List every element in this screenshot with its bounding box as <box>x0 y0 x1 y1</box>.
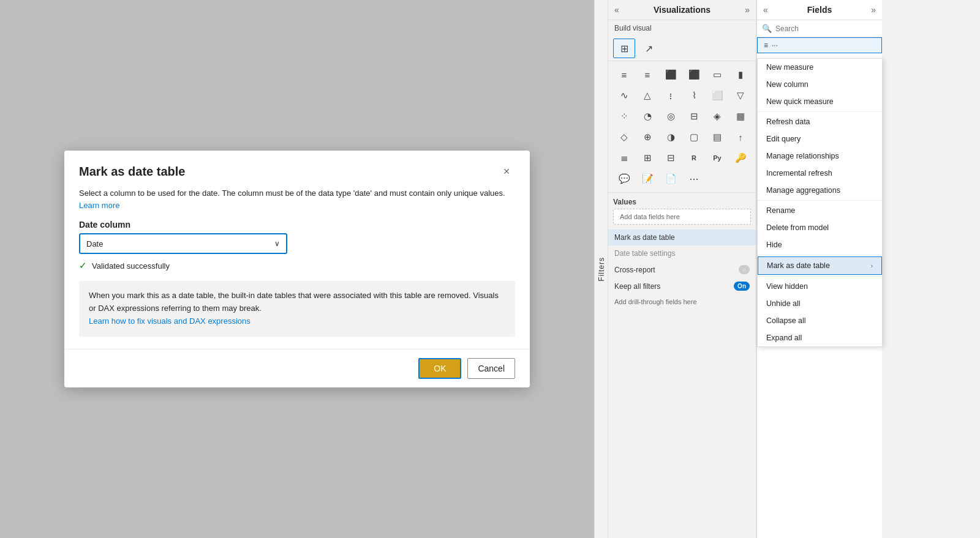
python-visual-icon[interactable]: Py <box>706 148 728 168</box>
mark-date-table-menu-item[interactable]: Mark as date table <box>608 230 756 245</box>
ok-button[interactable]: OK <box>418 358 461 379</box>
context-menu-divider-4 <box>758 276 882 277</box>
treemap-icon[interactable]: ⊟ <box>683 106 705 126</box>
context-menu-view-hidden[interactable]: View hidden <box>758 278 882 295</box>
right-panel: Filters « Visualizations » Build visual … <box>594 0 980 538</box>
matrix-icon[interactable]: ⊞ <box>636 148 658 168</box>
smart-narrative-icon[interactable]: 📝 <box>636 169 658 189</box>
context-menu-new-quick-measure[interactable]: New quick measure <box>758 93 882 110</box>
fields-expand-arrow[interactable]: » <box>871 5 876 15</box>
slicer-icon[interactable]: ≣ <box>613 148 635 168</box>
context-menu-expand-all[interactable]: Expand all <box>758 329 882 346</box>
key-influencer-icon[interactable]: 🔑 <box>729 148 752 168</box>
context-menu-mark-date-table[interactable]: Mark as date table › <box>758 256 882 275</box>
mark-date-table-arrow-icon: › <box>871 263 873 269</box>
search-input[interactable] <box>775 24 877 33</box>
context-menu-edit-query[interactable]: Edit query <box>758 130 882 148</box>
modal-footer: OK Cancel <box>64 349 530 387</box>
keep-filters-toggle[interactable]: On <box>734 282 750 291</box>
modal-close-button[interactable]: × <box>498 163 515 180</box>
gauge-icon[interactable]: ◑ <box>660 127 682 147</box>
r-visual-icon[interactable]: R <box>683 148 705 168</box>
date-column-dropdown[interactable]: Date ∨ <box>79 233 287 254</box>
viz-expand-arrow[interactable]: » <box>745 5 750 15</box>
multi-row-card-icon[interactable]: ▤ <box>706 127 728 147</box>
shape-map-icon[interactable]: ◇ <box>613 127 635 147</box>
decomp-tree-icon[interactable]: ⊕ <box>636 127 658 147</box>
stacked-col-chart-icon[interactable]: ⬛ <box>660 65 682 84</box>
keep-filters-row: Keep all filters On <box>608 278 756 294</box>
stacked-area-chart-icon[interactable]: ▭ <box>706 65 728 84</box>
cross-report-toggle[interactable]: ○ <box>739 265 750 274</box>
filled-map-icon[interactable]: ▦ <box>729 106 752 126</box>
fields-table-header[interactable]: ≡ ··· <box>757 37 882 53</box>
table-header-text: ··· <box>772 41 778 50</box>
learn-more-link[interactable]: Learn more <box>79 201 119 210</box>
viz-collapse-arrow[interactable]: « <box>614 5 619 15</box>
mark-date-table-dialog: Mark as date table × Select a column to … <box>64 151 530 387</box>
context-menu-collapse-all[interactable]: Collapse all <box>758 312 882 329</box>
modal-overlay: Mark as date table × Select a column to … <box>0 0 594 538</box>
validation-row: ✓ Validated successfully <box>79 260 515 271</box>
context-menu-manage-aggregations[interactable]: Manage aggregations <box>758 182 882 199</box>
viz-panel-title: Visualizations <box>654 5 710 15</box>
clustered-col-chart-icon[interactable]: ⬛ <box>683 65 705 84</box>
pie-chart-icon[interactable]: ◔ <box>636 106 658 126</box>
modal-header: Mark as date table × <box>64 151 530 187</box>
filters-tab[interactable]: Filters <box>594 0 608 538</box>
map-icon[interactable]: ◈ <box>706 106 728 126</box>
funnel-icon[interactable]: ▽ <box>729 86 752 105</box>
table-header-icon: ≡ <box>764 41 768 50</box>
search-icon: 🔍 <box>762 24 772 33</box>
context-menu-incremental-refresh[interactable]: Incremental refresh <box>758 165 882 182</box>
checkmark-icon: ✓ <box>79 260 87 271</box>
donut-chart-icon[interactable]: ◎ <box>660 106 682 126</box>
line-clustered-icon[interactable]: ⫶ <box>660 86 682 105</box>
clustered-bar-chart-icon[interactable]: ≡ <box>636 65 658 84</box>
dropdown-value: Date <box>86 239 103 248</box>
add-data-fields-area[interactable]: Add data fields here <box>613 209 751 225</box>
scatter-chart-icon[interactable]: ⁘ <box>613 106 635 126</box>
visualizations-panel: « Visualizations » Build visual ⊞ ↗ ≡ ≡ … <box>608 0 756 538</box>
context-menu-new-measure[interactable]: New measure <box>758 59 882 76</box>
more-visuals-icon[interactable]: ··· <box>683 169 705 189</box>
waterfall-icon[interactable]: ⬜ <box>706 86 728 105</box>
table-visual-icon-btn[interactable]: ⊞ <box>613 39 635 58</box>
line-chart-icon[interactable]: ∿ <box>613 86 635 105</box>
cross-report-label: Cross-report <box>614 266 655 274</box>
context-menu-delete-from-model[interactable]: Delete from model <box>758 219 882 236</box>
card-icon[interactable]: ▢ <box>683 127 705 147</box>
q-and-a-icon[interactable]: 💬 <box>613 169 635 189</box>
kpi-icon[interactable]: ↑ <box>729 127 752 147</box>
context-menu-new-column[interactable]: New column <box>758 76 882 93</box>
modal-description: Select a column to be used for the date.… <box>79 187 515 211</box>
fields-collapse-arrow[interactable]: « <box>763 5 768 15</box>
date-column-label: Date column <box>79 220 515 230</box>
fields-context-menu: New measure New column New quick measure… <box>757 58 883 347</box>
context-menu-unhide-all[interactable]: Unhide all <box>758 295 882 312</box>
paginated-icon[interactable]: 📄 <box>660 169 682 189</box>
table-vis-icon2[interactable]: ⊟ <box>660 148 682 168</box>
stacked-bar-chart-icon[interactable]: ≡ <box>613 65 635 84</box>
context-menu-manage-relationships[interactable]: Manage relationships <box>758 148 882 165</box>
context-menu-divider-1 <box>758 111 882 112</box>
ribbon-chart-icon[interactable]: ⌇ <box>683 86 705 105</box>
viz-icon-grid: ≡ ≡ ⬛ ⬛ ▭ ▮ ∿ △ ⫶ ⌇ ⬜ ▽ ⁘ ◔ ◎ ⊟ ◈ ▦ ◇ ⊕ … <box>608 61 756 192</box>
build-visual-label: Build visual <box>608 20 756 36</box>
drillthrough-area[interactable]: Add drill-through fields here <box>608 294 756 309</box>
context-menu-rename[interactable]: Rename <box>758 202 882 219</box>
fields-search-bar: 🔍 <box>757 20 882 37</box>
fields-panel: « Fields » 🔍 ≡ ··· New measure New colum… <box>756 0 882 538</box>
export-visual-icon-btn[interactable]: ↗ <box>638 39 660 58</box>
filters-tab-label: Filters <box>597 257 606 282</box>
viz-panel-header: « Visualizations » <box>608 0 756 20</box>
fix-visuals-link[interactable]: Learn how to fix visuals and DAX express… <box>89 316 251 326</box>
context-menu-hide[interactable]: Hide <box>758 236 882 253</box>
cancel-button[interactable]: Cancel <box>467 358 515 379</box>
cross-report-row: Cross-report ○ <box>608 261 756 278</box>
100pct-stacked-icon[interactable]: ▮ <box>729 65 752 84</box>
context-menu-refresh-data[interactable]: Refresh data <box>758 113 882 130</box>
area-chart-icon[interactable]: △ <box>636 86 658 105</box>
values-section: Values Add data fields here <box>608 192 756 230</box>
modal-body: Select a column to be used for the date.… <box>64 187 530 348</box>
